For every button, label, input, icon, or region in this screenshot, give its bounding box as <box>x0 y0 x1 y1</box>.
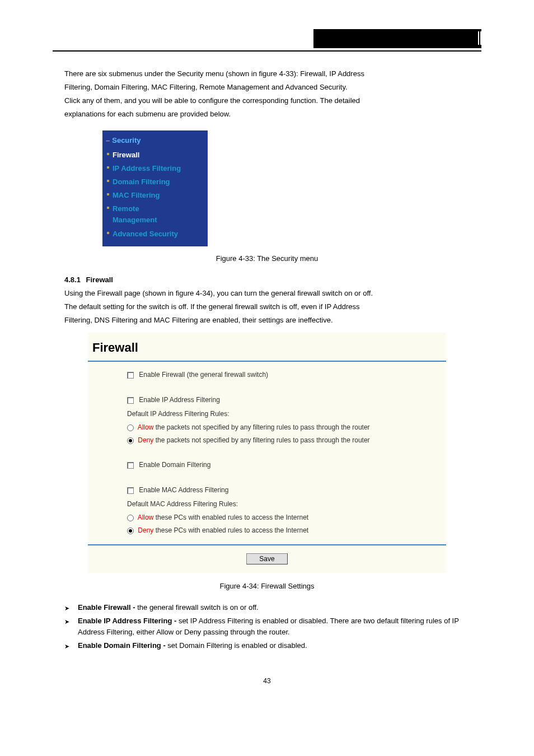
header-black-bar <box>313 29 481 48</box>
ip-deny-word: Deny <box>138 436 153 444</box>
figure-caption-nav: Figure 4-33: The Security menu <box>64 253 470 264</box>
bullet-item: ➤ Enable IP Address Filtering - set IP A… <box>64 615 470 640</box>
mac-allow-rest: these PCs with enabled rules to access t… <box>153 514 308 521</box>
nav-item-mac-filtering[interactable]: MAC Filtering <box>105 189 205 202</box>
chevron-icon: ➤ <box>64 642 69 651</box>
section-title: Firewall <box>86 276 113 284</box>
nav-item-domain-filtering[interactable]: Domain Filtering <box>105 175 205 189</box>
bullet-item: ➤ Enable Domain Filtering - set Domain F… <box>64 640 470 654</box>
intro-line: explanations for each submenu are provid… <box>64 109 470 120</box>
product-line: TL-WR541G/TL-WR542G <box>53 42 137 50</box>
bullet-term: Enable IP Address Filtering - <box>78 617 179 625</box>
ip-rules-header: Default IP Address Filtering Rules: <box>127 409 446 419</box>
enable-mac-filter-label: Enable MAC Address Filtering <box>139 486 228 494</box>
ip-allow-word: Allow <box>138 423 154 431</box>
nav-item-advanced-security[interactable]: Advanced Security <box>105 227 205 241</box>
section-body: Filtering, DNS Filtering and MAC Filteri… <box>64 315 470 326</box>
bullet-term: Enable Domain Filtering - <box>78 641 167 650</box>
nav-item-ip-filtering[interactable]: IP Address Filtering <box>105 162 205 175</box>
enable-ip-filter-checkbox[interactable] <box>127 397 134 404</box>
enable-domain-filter-label: Enable Domain Filtering <box>139 461 210 469</box>
ip-deny-radio[interactable] <box>127 437 134 444</box>
mac-deny-rest: these PCs with enabled rules to access t… <box>153 526 308 534</box>
enable-firewall-label: Enable Firewall (the general firewall sw… <box>139 371 268 379</box>
save-button[interactable]: Save <box>246 553 287 564</box>
intro-line: Filtering, Domain Filtering, MAC Filteri… <box>64 82 470 93</box>
bullet-list: ➤ Enable Firewall - the general firewall… <box>64 602 470 654</box>
ip-deny-rest: the packets not specified by any filteri… <box>153 436 369 444</box>
bullet-rest: the general firewall switch is on or off… <box>137 603 259 612</box>
bullet-rest: set Domain Filtering is enabled or disab… <box>167 641 307 650</box>
security-nav-card: –Security Firewall IP Address Filtering … <box>102 130 208 246</box>
mac-deny-word: Deny <box>138 526 153 534</box>
enable-domain-filter-checkbox[interactable] <box>127 462 134 469</box>
enable-firewall-checkbox[interactable] <box>127 372 134 379</box>
panel-rule-bottom <box>88 544 446 545</box>
ip-allow-radio[interactable] <box>127 424 134 431</box>
bullet-term: Enable Firewall - <box>78 603 137 612</box>
firewall-panel: Firewall Enable Firewall (the general fi… <box>88 333 446 572</box>
intro-line: There are six submenus under the Securit… <box>64 68 470 80</box>
mac-deny-radio[interactable] <box>127 528 134 534</box>
chevron-icon: ➤ <box>64 604 69 613</box>
figure-caption-panel: Figure 4-34: Firewall Settings <box>64 581 470 592</box>
nav-header-label: Security <box>112 136 140 144</box>
section-heading: 4.8.1 Firewall <box>64 274 470 286</box>
panel-title: Firewall <box>92 338 446 357</box>
enable-mac-filter-checkbox[interactable] <box>127 487 134 494</box>
mac-allow-radio[interactable] <box>127 515 134 521</box>
panel-rule-top <box>88 361 446 362</box>
header-rule <box>53 50 481 52</box>
nav-header: –Security <box>105 134 205 148</box>
nav-item-firewall[interactable]: Firewall <box>105 148 205 162</box>
section-body: Using the Firewall page (shown in figure… <box>64 288 470 299</box>
mac-rules-header: Default MAC Address Filtering Rules: <box>127 499 446 510</box>
enable-ip-filter-label: Enable IP Address Filtering <box>139 396 220 404</box>
ip-allow-rest: the packets not specified by any filteri… <box>153 423 369 431</box>
section-body: The default setting for the switch is of… <box>64 301 470 312</box>
nav-item-remote-management[interactable]: Remote Management <box>105 202 205 227</box>
section-number: 4.8.1 <box>64 276 81 284</box>
page-number: 43 <box>64 676 470 687</box>
chevron-icon: ➤ <box>64 617 69 627</box>
mac-allow-word: Allow <box>138 514 154 521</box>
bullet-item: ➤ Enable Firewall - the general firewall… <box>64 602 470 615</box>
intro-line: Click any of them, and you will be able … <box>64 95 470 106</box>
